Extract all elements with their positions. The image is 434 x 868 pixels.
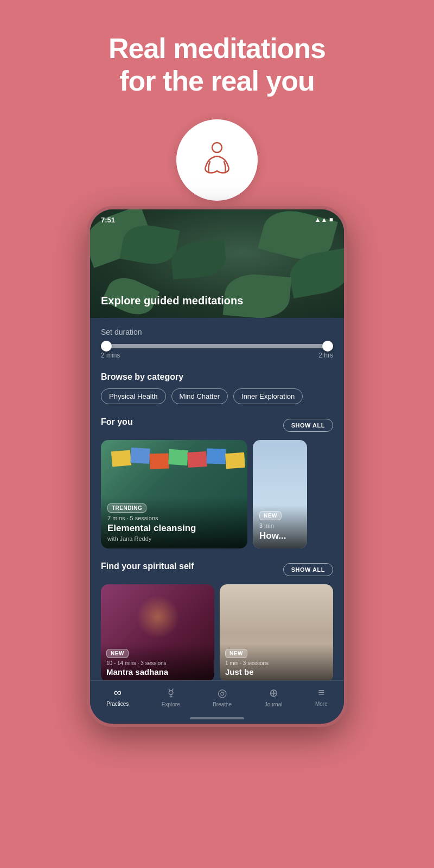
for-you-cards: TRENDING 7 mins · 5 sessions Elemental c… [101, 440, 333, 548]
nav-practices[interactable]: ∞ Practices [106, 686, 129, 707]
for-you-title: For you [101, 417, 133, 427]
hero-title: Real meditations for the real you [108, 33, 326, 98]
card-author: with Jana Reddy [107, 535, 241, 542]
slider-thumb-max[interactable] [322, 341, 333, 352]
duration-section: Set duration 2 mins 2 hrs [90, 318, 344, 365]
for-you-header: For you SHOW ALL [101, 417, 333, 433]
nav-journal[interactable]: ⊕ Journal [265, 686, 283, 707]
spiritual-cards: NEW 10 - 14 mins · 3 sessions Mantra sad… [101, 584, 333, 682]
flag-3 [150, 453, 169, 469]
duration-slider[interactable] [101, 344, 333, 348]
nav-more[interactable]: ≡ More [315, 686, 328, 707]
breathe-icon: ◎ [218, 686, 227, 699]
nav-explore[interactable]: ☿ Explore [162, 686, 180, 707]
journal-label: Journal [265, 701, 283, 707]
spiritual-show-all[interactable]: SHOW ALL [283, 563, 333, 576]
header-title: Explore guided meditations [101, 295, 243, 307]
phone-mockup: 7:51 ▲▲ ■ Explore guided meditations Set… [87, 206, 347, 727]
mantra-light [136, 595, 180, 639]
phone-content: 7:51 ▲▲ ■ Explore guided meditations Set… [90, 209, 344, 724]
card-overlay: TRENDING 7 mins · 5 sessions Elemental c… [101, 497, 247, 548]
chip-physical[interactable]: Physical Health [101, 388, 166, 404]
practices-icon: ∞ [114, 686, 122, 699]
practices-label: Practices [106, 701, 129, 707]
flag-4 [168, 449, 188, 465]
badge-new: NEW [259, 511, 282, 520]
slider-max-label: 2 hrs [318, 352, 333, 359]
card-mantra[interactable]: NEW 10 - 14 mins · 3 sessions Mantra sad… [101, 584, 214, 682]
spiritual-title: Find your spiritual self [101, 561, 194, 571]
explore-icon: ☿ [168, 686, 174, 699]
mantra-overlay: NEW 10 - 14 mins · 3 sessions Mantra sad… [101, 643, 214, 682]
prayer-flags [101, 440, 247, 505]
category-chips: Physical Health Mind Chatter Inner Explo… [101, 388, 333, 404]
slider-fill [101, 344, 333, 348]
app-icon[interactable] [176, 119, 258, 201]
flag-1 [111, 450, 131, 467]
duration-label: Set duration [101, 328, 333, 336]
just-meta: 1 min · 3 sessions [225, 660, 328, 666]
mantra-meta: 10 - 14 mins · 3 sessions [106, 660, 209, 666]
home-indicator [190, 717, 244, 719]
mantra-title: Mantra sadhana [106, 667, 209, 676]
chip-mind[interactable]: Mind Chatter [171, 388, 228, 404]
card-title: Elemental cleansing [107, 523, 241, 534]
hero-section: Real meditations for the real you [108, 0, 326, 108]
card-overlay-2: NEW 3 min How... [253, 505, 307, 548]
flag-7 [225, 452, 245, 468]
phone-main: Set duration 2 mins 2 hrs Browse by cate… [90, 318, 344, 724]
flag-2 [130, 448, 150, 464]
spiritual-section: Find your spiritual self SHOW ALL NEW 10… [90, 554, 344, 687]
more-icon: ≡ [318, 686, 324, 699]
card-just-be[interactable]: NEW 1 min · 3 sessions Just be [220, 584, 333, 682]
more-label: More [315, 701, 328, 707]
journal-icon: ⊕ [269, 686, 278, 699]
spiritual-header: Find your spiritual self SHOW ALL [101, 561, 333, 578]
nav-breathe[interactable]: ◎ Breathe [213, 686, 232, 707]
badge-new-mantra: NEW [106, 649, 129, 658]
card-meta: 7 mins · 5 sessions [107, 515, 241, 521]
breathe-label: Breathe [213, 701, 232, 707]
card-elemental[interactable]: TRENDING 7 mins · 5 sessions Elemental c… [101, 440, 247, 548]
card-secondary[interactable]: NEW 3 min How... [253, 440, 307, 548]
for-you-show-all[interactable]: SHOW ALL [283, 419, 333, 432]
slider-min-label: 2 mins [101, 352, 120, 359]
card-title-2: How... [259, 531, 301, 541]
category-section: Browse by category Physical Health Mind … [90, 365, 344, 410]
slider-labels: 2 mins 2 hrs [101, 352, 333, 359]
badge-new-just: NEW [225, 649, 247, 658]
side-button [345, 296, 347, 329]
flag-5 [187, 451, 207, 468]
status-icons: ▲▲ ■ [315, 216, 333, 224]
badge-trending: TRENDING [107, 503, 146, 513]
card-meta-2: 3 min [259, 522, 301, 529]
flag-6 [207, 448, 226, 464]
slider-thumb-min[interactable] [101, 341, 112, 352]
status-time: 7:51 [101, 216, 115, 224]
just-title: Just be [225, 667, 328, 676]
chip-inner[interactable]: Inner Exploration [233, 388, 303, 404]
category-title: Browse by category [101, 372, 333, 382]
header-bg: 7:51 ▲▲ ■ Explore guided meditations [90, 209, 344, 318]
explore-label: Explore [162, 701, 180, 707]
status-bar: 7:51 ▲▲ ■ [90, 216, 344, 224]
svg-point-0 [212, 143, 222, 152]
for-you-section: For you SHOW ALL [90, 410, 344, 554]
just-overlay: NEW 1 min · 3 sessions Just be [220, 643, 333, 682]
